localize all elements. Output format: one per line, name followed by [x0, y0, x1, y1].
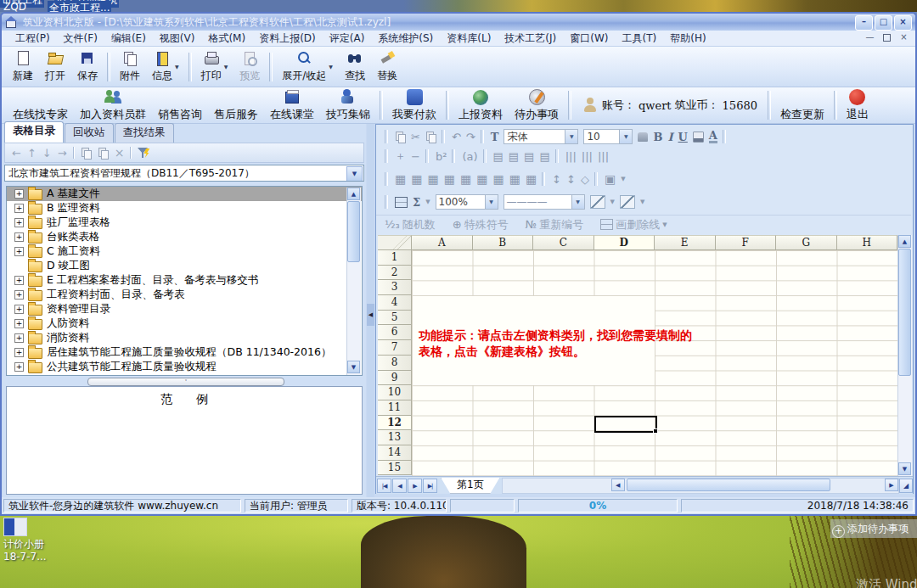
scrollbar-thumb[interactable] — [898, 249, 911, 376]
special-button-画删除线[interactable]: 画删除线▼ — [600, 217, 667, 232]
paste-node-icon[interactable] — [98, 148, 109, 159]
scroll-down-icon[interactable]: ▼ — [898, 462, 911, 475]
sheet-tab[interactable]: 第1页 — [441, 478, 500, 494]
row-header-9[interactable]: 9 — [378, 371, 412, 386]
chevron-down-icon[interactable]: ▼ — [619, 130, 632, 143]
scrollbar-thumb[interactable] — [627, 479, 830, 491]
expand-icon[interactable]: + — [14, 348, 24, 357]
tree-item[interactable]: +B 监理资料 — [7, 201, 362, 216]
column-header-B[interactable]: B — [473, 235, 534, 250]
row-header-5[interactable]: 5 — [378, 311, 412, 326]
chevron-down-icon[interactable]: ▼ — [621, 176, 625, 182]
menu-item[interactable]: 工具(T) — [616, 31, 664, 46]
在线找专家-button[interactable]: 在线找专家 — [7, 86, 74, 125]
sheet-horizontal-scrollbar[interactable]: ◀ ▶ — [502, 478, 899, 494]
expand-icon[interactable]: + — [14, 276, 24, 285]
menu-item[interactable]: 文件(F) — [57, 31, 104, 46]
chevron-down-icon[interactable]: ▼ — [662, 221, 667, 228]
zoom-in-icon[interactable]: ＋ — [395, 148, 406, 164]
table-op-icon[interactable]: ▦ — [427, 172, 438, 186]
column-header-C[interactable]: C — [533, 235, 594, 250]
退出-button[interactable]: 退出 — [841, 87, 875, 125]
menu-item[interactable]: 格式(M) — [201, 31, 252, 46]
row-header-4[interactable]: 4 — [378, 295, 412, 311]
diagonal-border2-icon[interactable] — [620, 195, 635, 209]
row-spacing-icon[interactable]: ↕ — [552, 173, 561, 186]
mdi-close-button[interactable]: × — [897, 32, 910, 43]
line-style-select[interactable]: ———— ▼ — [504, 194, 585, 210]
sigma-icon[interactable]: Σ — [413, 196, 420, 209]
format-painter-icon[interactable] — [638, 132, 648, 142]
menu-item[interactable]: 编辑(E) — [104, 31, 153, 46]
menu-item[interactable]: 帮助(H) — [663, 31, 712, 46]
row-header-3[interactable]: 3 — [378, 280, 412, 295]
minimize-button[interactable]: – — [855, 15, 873, 31]
tree-item[interactable]: +居住建筑节能工程施工质量验收规程（DB 11/1340-2016） — [7, 345, 362, 360]
expand-icon[interactable]: + — [14, 305, 24, 314]
resize-corner-icon[interactable]: ◢ — [899, 479, 913, 493]
menu-item[interactable]: 工程(P) — [8, 31, 57, 46]
chevron-down-icon[interactable]: ▼ — [329, 64, 333, 70]
filter-icon[interactable] — [138, 147, 149, 159]
close-button[interactable]: × — [894, 15, 912, 31]
column-header-G[interactable]: G — [776, 235, 837, 250]
chevron-down-icon[interactable]: ▼ — [175, 64, 179, 70]
column-header-E[interactable]: E — [655, 235, 716, 250]
tree-item[interactable]: +C 施工资料 — [7, 244, 362, 259]
desktop-label-zqd[interactable]: ZQD — [3, 1, 26, 13]
chevron-down-icon[interactable]: ▼ — [610, 199, 615, 205]
row-header-10[interactable]: 10 — [378, 385, 412, 400]
vertical-text-icon[interactable]: ||| — [598, 150, 609, 163]
special-button-随机数[interactable]: ½₃随机数 — [385, 217, 436, 232]
chevron-down-icon[interactable]: ▼ — [485, 195, 498, 209]
underline-icon[interactable]: U — [678, 131, 688, 143]
tree-scrollbar[interactable]: ▲ ▼ — [346, 188, 361, 375]
panel-splitter[interactable]: ◀ — [367, 124, 374, 497]
table-op-icon[interactable]: ▦ — [444, 172, 455, 186]
align-justify-icon[interactable]: ▤ — [493, 150, 504, 163]
售后服务-button[interactable]: 售后服务 — [208, 86, 264, 125]
expand-icon[interactable]: + — [14, 362, 24, 372]
row-spacing-icon[interactable]: ↕ — [566, 173, 576, 186]
font-family-select[interactable]: 宋体 ▼ — [504, 129, 578, 144]
信息-button[interactable]: 信息▼ — [146, 48, 185, 86]
expand-icon[interactable]: + — [14, 232, 24, 242]
title-bar[interactable]: 筑业资料北京版 - [D:\筑业建筑系列软件\北京工程资料软件\工程\北京测试1… — [2, 14, 915, 31]
menu-item[interactable]: 资料上报(D) — [252, 31, 323, 46]
nav-next-icon[interactable]: ▶ — [408, 479, 422, 493]
image-icon[interactable]: ▣ — [605, 172, 616, 186]
tree-item[interactable]: D 竣工图 — [7, 259, 362, 273]
chevron-down-icon[interactable]: ▼ — [425, 199, 430, 205]
vertical-text-icon[interactable]: ||| — [582, 150, 593, 163]
nav-up-icon[interactable]: ↑ — [27, 147, 37, 160]
nav-back-icon[interactable]: ← — [12, 147, 21, 160]
row-header-13[interactable]: 13 — [378, 430, 412, 445]
sheet-cells[interactable]: 功能提示：请点击左侧资料类别，找到您需要填制的表格，点击《新建表格》按钮。 — [412, 250, 897, 476]
expand-icon[interactable]: + — [14, 333, 24, 343]
tab-表格目录[interactable]: 表格目录 — [4, 121, 64, 143]
add-todo-button[interactable]: +添加待办事项 — [830, 519, 917, 538]
tab-回收站[interactable]: 回收站 — [65, 123, 114, 143]
expand-icon[interactable]: + — [14, 290, 24, 300]
tree-item[interactable]: +台账类表格 — [7, 230, 362, 244]
zoom-select[interactable]: 100% ▼ — [436, 194, 498, 210]
highlight-icon[interactable] — [693, 132, 704, 143]
mdi-restore-button[interactable] — [880, 32, 893, 43]
special-button-特殊符号[interactable]: ⊕特殊符号 — [453, 217, 509, 232]
vertical-text-icon[interactable]: ||| — [565, 150, 577, 163]
row-header-8[interactable]: 8 — [378, 356, 412, 371]
tree-horizontal-scrollbar[interactable]: ˅ — [87, 378, 284, 386]
paste-icon[interactable] — [425, 132, 436, 143]
scroll-down-icon[interactable]: ▼ — [347, 361, 360, 373]
tree-item[interactable]: +消防资料 — [7, 331, 362, 345]
打开-button[interactable]: 打开 — [39, 48, 71, 86]
chevron-down-icon[interactable]: ▼ — [571, 195, 584, 209]
cut-icon[interactable]: ✂ — [411, 131, 420, 143]
tree-item[interactable]: +驻厂监理表格 — [7, 216, 362, 230]
table-op-icon[interactable]: ▦ — [395, 172, 406, 186]
tab-查找结果[interactable]: 查找结果 — [115, 123, 174, 143]
zoom-out-icon[interactable]: − — [411, 150, 420, 163]
nav-down-icon[interactable]: ↓ — [42, 147, 52, 160]
scroll-up-icon[interactable]: ▲ — [898, 235, 911, 248]
scroll-right-icon[interactable]: ▶ — [885, 479, 898, 491]
